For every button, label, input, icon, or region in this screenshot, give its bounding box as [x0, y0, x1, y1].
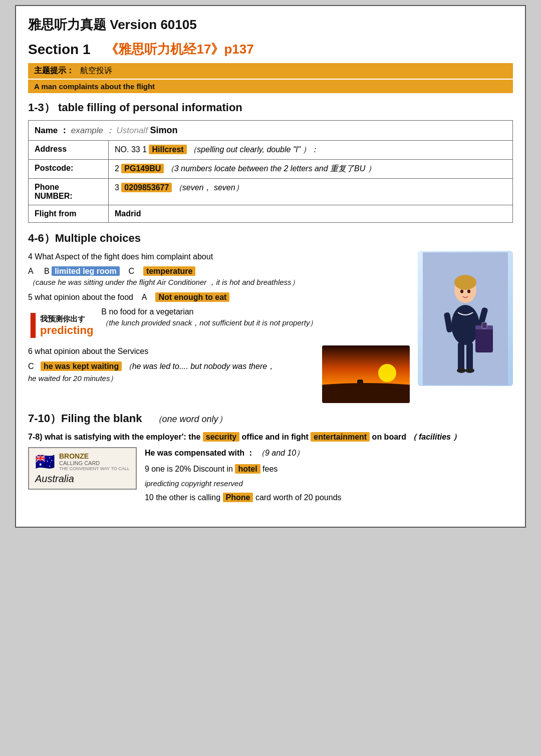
q78-highlight2: entertainment	[311, 432, 370, 442]
q9-note: ipredicting copyright reserved	[145, 479, 513, 488]
svg-point-1	[378, 364, 396, 382]
q78-number: 7-8)	[28, 433, 42, 441]
part2-title: 4-6）Multiple choices	[28, 231, 513, 246]
q6-optC-highlight: he was kept waiting	[41, 361, 122, 371]
topic-desc: A man complaints about the flight	[28, 80, 513, 93]
compensation-row: He was compensated with ： （9 and 10）	[145, 447, 513, 459]
barbie-container	[418, 251, 513, 403]
postcode-prefix: 2	[115, 164, 121, 173]
q5-number: 5	[28, 293, 35, 301]
q78-text-suffix: on board	[372, 433, 409, 441]
q9-number: 9	[145, 465, 151, 473]
q78-highlight1: security	[203, 432, 239, 442]
name-cell: Name ： example ： Ustonalf Simon	[29, 121, 513, 141]
part1-title: 1-3） table filling of personal informati…	[28, 100, 513, 115]
page-title: 雅思听力真题 Version 60105	[28, 16, 513, 34]
svg-point-8	[454, 275, 476, 290]
q5-optB: B no food for a vegetarian	[101, 307, 410, 316]
q6-note: he waited for 20 minutes）	[28, 374, 314, 384]
address-row: Address NO. 33 1 Hillcrest （spelling out…	[29, 141, 513, 160]
q10-text-prefix: the other is calling	[156, 493, 222, 502]
section-subtitle: 《雅思听力机经17》p137	[105, 41, 253, 58]
q4-optC-highlight: temperature	[143, 266, 195, 276]
name-value: Ustonalf	[116, 126, 147, 135]
q9-wrapper: 🇦🇺 BRONZE CALLING CARD THE CONVENIENT WA…	[28, 447, 513, 508]
svg-rect-0	[322, 345, 410, 403]
address-suffix: （spelling out clearly, double "l" ）：	[189, 145, 319, 154]
phone-value: 3 0209853677 （seven， seven）	[109, 179, 513, 205]
topic-value: 航空投诉	[80, 66, 112, 75]
q78-text-prefix: what is satisfying with the employer': t…	[45, 433, 203, 441]
bronze-detail: THE CONVENIENT WAY TO CALL	[59, 466, 130, 471]
aus-flag-icon: 🇦🇺	[35, 452, 55, 471]
pred-I: I	[28, 307, 38, 343]
q9-text-prefix: one is 20% Discount in	[151, 465, 235, 473]
address-value: NO. 33 1 Hillcrest （spelling out clearly…	[109, 141, 513, 160]
q5-bottom: I 我预测你出す predicting B no food for a vege…	[28, 307, 410, 343]
q6-number: 6	[28, 347, 35, 355]
topic-label: 主题提示：	[34, 66, 74, 75]
svg-rect-3	[352, 386, 367, 396]
compensation-note: （9 and 10）	[257, 449, 304, 457]
name-example: example ：	[71, 126, 114, 135]
topic-row: 主题提示： 航空投诉	[28, 63, 513, 79]
svg-point-12	[465, 368, 474, 373]
pred-english: predicting	[40, 324, 93, 337]
part3-title-text: 7-10）Filing the blank	[28, 412, 142, 425]
address-highlight: Hillcrest	[149, 145, 186, 154]
bronze-card: 🇦🇺 BRONZE CALLING CARD THE CONVENIENT WA…	[28, 447, 137, 490]
phone-prefix: 3	[115, 183, 121, 192]
q4-answers: A B limited leg room C temperature	[28, 267, 410, 276]
mc-wrapper: 4 What Aspect of the fight does him comp…	[28, 251, 513, 403]
q10-text-suffix: card worth of 20 pounds	[255, 493, 342, 502]
q6-content: 6 what opinion about the Services C he w…	[28, 345, 314, 388]
q4-optC-label: C	[122, 267, 141, 275]
q4-row: 4 What Aspect of the fight does him comp…	[28, 251, 410, 263]
address-label: Address	[29, 141, 109, 160]
barbie-image	[418, 251, 513, 386]
part3-title-note: （one word only）	[153, 414, 227, 424]
name-row: Name ： example ： Ustonalf Simon	[29, 121, 513, 141]
q9-row: 9 one is 20% Discount in hotel fees	[145, 463, 513, 475]
name-label: Name ：	[35, 126, 69, 135]
q6-wrapper: 6 what opinion about the Services C he w…	[28, 345, 410, 403]
svg-point-2	[322, 388, 410, 403]
postcode-highlight: PG149BU	[121, 164, 164, 173]
svg-rect-9	[458, 342, 464, 370]
svg-rect-10	[466, 342, 473, 370]
q4-note: （cause he was sitting under the flight A…	[28, 278, 410, 287]
svg-point-11	[457, 368, 466, 373]
section-header: Section 1 《雅思听力机经17》p137	[28, 41, 513, 58]
phone-highlight: 0209853677	[121, 183, 172, 192]
q6-optC-label: C	[28, 362, 38, 370]
part3-content: 7-8) what is satisfying with the employe…	[28, 431, 513, 508]
q10-number: 10	[145, 493, 154, 502]
q5-content: B no food for a vegetarian （the lunch pr…	[101, 307, 410, 332]
address-prefix: NO. 33 1	[115, 145, 149, 154]
part3-section: 7-10）Filing the blank （one word only） 7-…	[28, 411, 513, 508]
phone-label: PhoneNUMBER:	[29, 179, 109, 205]
q4-optA: A	[28, 267, 42, 275]
phone-suffix: （seven， seven）	[174, 183, 243, 192]
sunset-image-container	[322, 345, 410, 403]
info-table: Name ： example ： Ustonalf Simon Address …	[28, 120, 513, 223]
q6-answer: C he was kept waiting （he was led to....…	[28, 361, 314, 372]
q6-note-inline: （he was led to.... but nobody was there，	[124, 362, 276, 370]
bronze-text: BRONZE CALLING CARD THE CONVENIENT WAY T…	[59, 452, 130, 471]
q5-row: 5 what opinion about the food A Not enou…	[28, 291, 410, 303]
q4-optB-highlight: limited leg room	[52, 266, 120, 276]
bronze-inner: 🇦🇺 BRONZE CALLING CARD THE CONVENIENT WA…	[35, 452, 130, 471]
q5-text: what opinion about the food A	[35, 293, 153, 301]
pred-chinese: 我预测你出す	[40, 314, 93, 324]
postcode-suffix: （3 numbers locate between the 2 letters …	[166, 164, 376, 173]
flight-label: Flight from	[29, 205, 109, 223]
q6-text: what opinion about the Services	[35, 347, 148, 355]
q78-text-middle: office and in fight	[242, 433, 311, 441]
q10-highlight: Phone	[223, 493, 253, 502]
predicting-logo: I 我预测你出す predicting	[28, 307, 93, 343]
q6-row: 6 what opinion about the Services	[28, 345, 314, 357]
svg-point-19	[467, 289, 470, 293]
section-label: Section 1	[28, 42, 90, 58]
postcode-row: Postcode: 2 PG149BU （3 numbers locate be…	[29, 160, 513, 179]
svg-point-6	[451, 305, 479, 345]
